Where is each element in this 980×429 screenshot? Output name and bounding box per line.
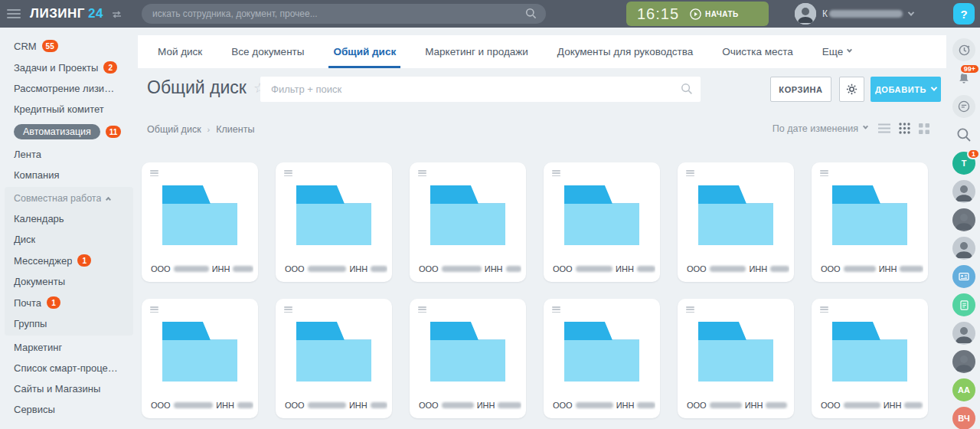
redacted-user-name [829,10,903,18]
breadcrumb-root[interactable]: Общий диск [147,124,201,135]
folder-card[interactable]: ОООИНН [812,299,928,418]
tab-все-документы[interactable]: Все документы [231,35,304,68]
timer-start-button[interactable]: НАЧАТЬ [690,8,739,20]
current-user-menu[interactable]: К [795,3,913,25]
search-icon[interactable] [952,123,975,146]
folder-card[interactable]: ОООИНН [678,162,794,282]
sidebar-item-документы[interactable]: Документы [5,271,133,292]
sidebar-item-группы[interactable]: Группы [5,313,133,334]
folder-menu-icon[interactable] [686,170,694,176]
menu-toggle-icon[interactable] [7,9,21,18]
folder-card[interactable]: ОООИНН [276,299,392,418]
folder-card[interactable]: ОООИНН [142,299,258,418]
folder-card[interactable]: ОООИНН [410,299,526,418]
card-icon[interactable] [952,265,975,288]
trash-button[interactable]: КОРЗИНА [770,77,831,102]
sidebar-item-кредитный-комитет[interactable]: Кредитный комитет [0,99,138,120]
filter-search-icon[interactable] [681,83,693,95]
folder-menu-icon[interactable] [418,306,426,313]
sidebar-item-список-смарт-процессов[interactable]: Список смарт-процессов [0,358,138,378]
tab-еще[interactable]: Еще [822,35,851,68]
tab-мой-диск[interactable]: Мой диск [158,35,202,68]
tab-общий-диск[interactable]: Общий диск [333,35,396,68]
settings-gear-button[interactable] [839,77,864,102]
initials-avatar[interactable]: T1 [952,152,975,175]
chat-icon[interactable] [952,95,975,118]
bell-icon[interactable]: 99+ [952,67,975,90]
folder-card[interactable]: ОООИНН [142,162,258,282]
user-photo-avatar[interactable] [952,322,975,345]
user-photo-avatar[interactable] [952,208,975,231]
switch-sites-icon[interactable] [112,11,122,18]
filter-search-input[interactable] [260,77,701,102]
sidebar-item-сайты-и-магазины[interactable]: Сайты и Магазины [0,378,138,399]
initials-avatar[interactable]: ВЧ [952,407,975,429]
folder-card[interactable]: ОООИНН [544,162,660,282]
redacted-company-name [308,402,346,408]
search-icon[interactable] [525,8,537,19]
breadcrumb-current[interactable]: Клиенты [216,124,254,135]
timer-icon[interactable] [952,38,975,61]
app-logo[interactable]: ЛИЗИНГ24 [30,6,122,21]
tab-документы-для-руководства[interactable]: Документы для руководства [557,35,693,68]
sidebar-item-календарь[interactable]: Календарь [5,208,133,229]
redacted-inn-number [900,266,923,272]
folder-label: ОООИНН [285,401,387,410]
chevron-down-icon [847,47,852,53]
folder-menu-icon[interactable] [150,306,158,313]
folder-label-inn: ИНН [485,264,503,273]
tab-маркетинг-и-продажи[interactable]: Маркетинг и продажи [425,35,528,68]
sidebar-item-лента[interactable]: Лента [0,144,138,165]
folder-menu-icon[interactable] [150,170,158,176]
redacted-company-name [442,266,482,272]
sidebar-item-автоматизация[interactable]: Автоматизация11 [0,120,138,144]
doc-icon[interactable] [952,293,975,316]
sidebar-item-мессенджер[interactable]: Мессенджер1 [5,250,133,271]
grid-view-icon[interactable] [899,123,910,134]
folder-menu-icon[interactable] [284,170,292,176]
global-search-input[interactable] [142,4,546,24]
folder-menu-icon[interactable] [552,170,560,176]
sidebar-item-crm[interactable]: CRM55 [0,35,138,57]
folder-card[interactable]: ОООИНН [410,162,526,282]
tab-очистка-места[interactable]: Очистка места [722,35,793,68]
user-name: К [822,8,913,19]
sidebar-item-компания[interactable]: Компания [0,165,138,185]
sidebar-item-label: Сайты и Магазины [14,383,100,395]
folder-card[interactable]: ОООИНН [276,162,392,282]
sidebar-item-сервисы[interactable]: Сервисы [0,399,138,420]
list-view-icon[interactable] [878,123,890,133]
folder-label-inn: ИНН [879,264,897,273]
folder-menu-icon[interactable] [686,306,694,313]
sidebar-item-почта[interactable]: Почта1 [5,292,133,313]
sidebar-item-рассмотрение-лизингово-[interactable]: Рассмотрение лизингово... [0,78,138,99]
add-button[interactable]: ДОБАВИТЬ [871,77,941,102]
folder-menu-icon[interactable] [418,170,426,176]
folder-card[interactable]: ОООИНН [544,299,660,418]
sidebar-item-диск[interactable]: Диск [5,229,133,250]
folder-menu-icon[interactable] [552,306,560,313]
help-button[interactable]: ? [953,3,975,25]
sidebar-group-header[interactable]: Совместная работа [5,188,133,208]
notification-badge: 1 [967,149,980,159]
folder-menu-icon[interactable] [820,170,828,176]
folder-card[interactable]: ОООИНН [678,299,794,418]
folder-label-inn: ИНН [349,264,368,273]
sidebar-item-label: Совместная работа [14,193,101,204]
user-photo-avatar[interactable] [952,180,975,203]
tile-view-icon[interactable] [919,123,929,134]
folder-card[interactable]: ОООИНН [812,162,928,282]
redacted-company-name [308,266,347,272]
tab-label: Все документы [231,46,304,57]
folder-menu-icon[interactable] [284,306,292,313]
folder-menu-icon[interactable] [820,306,828,313]
sidebar-item-задачи-и-проекты[interactable]: Задачи и Проекты2 [0,57,138,78]
redacted-company-name [174,402,214,408]
sort-selector[interactable]: По дате изменения [773,123,867,134]
work-timer[interactable]: 16:15 НАЧАТЬ [626,2,769,26]
initials-avatar[interactable]: АА [952,378,975,401]
user-photo-avatar[interactable] [952,237,975,260]
user-photo-avatar[interactable] [952,350,975,373]
sidebar-item-маркетинг[interactable]: Маркетинг [0,337,138,358]
folder-icon [564,322,639,382]
